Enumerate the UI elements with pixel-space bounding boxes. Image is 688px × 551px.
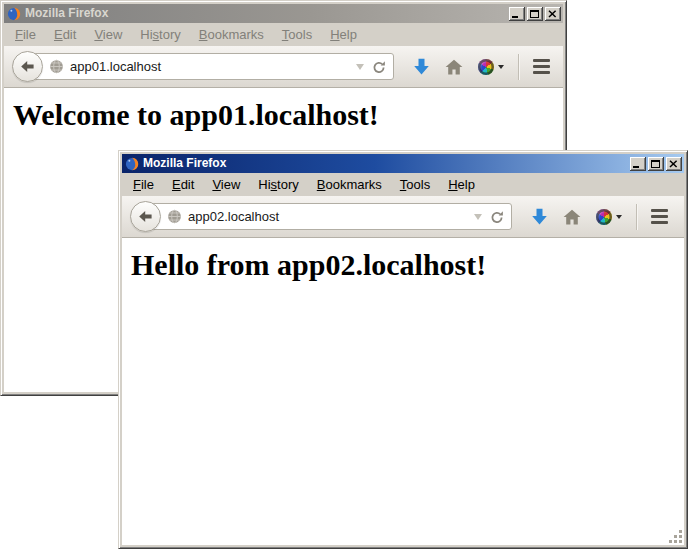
menu-bookmarks[interactable]: Bookmarks: [190, 24, 273, 45]
home-button[interactable]: [563, 209, 581, 225]
color-wheel-icon: [596, 209, 612, 225]
chevron-down-icon: [616, 215, 622, 222]
label-key: H: [448, 177, 457, 192]
menu-edit[interactable]: Edit: [163, 174, 203, 195]
page-heading: Welcome to app01.localhost!: [13, 98, 563, 132]
window-controls: [630, 157, 682, 171]
site-identity-globe-icon[interactable]: [49, 59, 64, 74]
home-icon: [445, 59, 463, 75]
downloads-button[interactable]: [413, 58, 430, 76]
label-key: H: [330, 27, 339, 42]
menu-tools[interactable]: Tools: [391, 174, 439, 195]
download-arrow-icon: [413, 58, 430, 76]
toolbar-separator: [636, 204, 637, 230]
label-key: E: [172, 177, 181, 192]
menu-help[interactable]: Help: [321, 24, 366, 45]
back-arrow-icon: [20, 60, 35, 73]
label-key: V: [94, 27, 102, 42]
label-post: ookmarks: [207, 27, 263, 42]
label-post: ools: [406, 177, 430, 192]
menu-bar: File Edit View History Bookmarks Tools H…: [4, 23, 563, 46]
desktop: { "windows": [ { "title": "Mozilla Firef…: [0, 0, 688, 551]
minimize-button[interactable]: [630, 157, 646, 171]
firefox-logo-icon: [125, 157, 139, 171]
reload-icon[interactable]: [372, 60, 386, 74]
navigation-toolbar: [4, 46, 563, 88]
url-input[interactable]: [188, 209, 469, 224]
menu-file[interactable]: File: [6, 24, 45, 45]
site-identity-globe-icon[interactable]: [167, 209, 182, 224]
menu-history[interactable]: History: [131, 24, 189, 45]
label-pre: Hi: [258, 177, 270, 192]
resize-grip[interactable]: [669, 530, 683, 544]
minimize-button[interactable]: [509, 7, 525, 21]
titlebar[interactable]: Mozilla Firefox: [122, 154, 684, 173]
reload-icon[interactable]: [490, 210, 504, 224]
color-wheel-icon: [478, 59, 494, 75]
navigation-toolbar: [122, 196, 684, 238]
close-button[interactable]: [666, 157, 682, 171]
home-button[interactable]: [445, 59, 463, 75]
label-key: F: [133, 177, 141, 192]
chevron-down-icon: [498, 65, 504, 72]
maximize-button[interactable]: [648, 157, 664, 171]
page-heading: Hello from app02.localhost!: [131, 248, 684, 282]
url-dropdown-icon[interactable]: [473, 213, 483, 221]
label-post: tory: [277, 177, 299, 192]
hamburger-menu-button[interactable]: [531, 57, 552, 76]
label-post: dit: [181, 177, 195, 192]
menu-view[interactable]: View: [203, 174, 249, 195]
firefox-window-app02[interactable]: Mozilla Firefox File Edit View History B…: [118, 150, 688, 549]
download-arrow-icon: [531, 208, 548, 226]
titlebar[interactable]: Mozilla Firefox: [4, 4, 563, 23]
home-icon: [563, 209, 581, 225]
url-bar[interactable]: [145, 203, 512, 230]
menu-view[interactable]: View: [85, 24, 131, 45]
back-arrow-icon: [138, 210, 153, 223]
hamburger-menu-button[interactable]: [649, 207, 670, 226]
label-key: F: [15, 27, 23, 42]
page-content: Hello from app02.localhost!: [122, 238, 684, 545]
label-post: ile: [141, 177, 154, 192]
color-wheel-addon-button[interactable]: [596, 209, 622, 225]
maximize-button[interactable]: [527, 7, 543, 21]
downloads-button[interactable]: [531, 208, 548, 226]
toolbar-separator: [518, 54, 519, 80]
label-post: iew: [221, 177, 241, 192]
back-button[interactable]: [130, 201, 161, 232]
menu-edit[interactable]: Edit: [45, 24, 85, 45]
color-wheel-addon-button[interactable]: [478, 59, 504, 75]
menu-bookmarks[interactable]: Bookmarks: [308, 174, 391, 195]
url-bar[interactable]: [27, 53, 394, 80]
label-post: dit: [63, 27, 77, 42]
back-button[interactable]: [12, 51, 43, 82]
menu-help[interactable]: Help: [439, 174, 484, 195]
label-post: iew: [103, 27, 123, 42]
label-post: ools: [288, 27, 312, 42]
window-title: Mozilla Firefox: [25, 6, 505, 21]
menu-file[interactable]: File: [124, 174, 163, 195]
firefox-logo-icon: [7, 7, 21, 21]
menu-tools[interactable]: Tools: [273, 24, 321, 45]
label-key: E: [54, 27, 63, 42]
label-key: V: [212, 177, 220, 192]
label-post: tory: [159, 27, 181, 42]
window-controls: [509, 7, 561, 21]
label-post: elp: [458, 177, 475, 192]
label-post: elp: [340, 27, 357, 42]
close-button[interactable]: [545, 7, 561, 21]
url-input[interactable]: [70, 59, 351, 74]
label-post: ookmarks: [325, 177, 381, 192]
menu-history[interactable]: History: [249, 174, 307, 195]
window-title: Mozilla Firefox: [143, 156, 626, 171]
menu-bar: File Edit View History Bookmarks Tools H…: [122, 173, 684, 196]
url-dropdown-icon[interactable]: [355, 63, 365, 71]
label-post: ile: [23, 27, 36, 42]
label-pre: Hi: [140, 27, 152, 42]
